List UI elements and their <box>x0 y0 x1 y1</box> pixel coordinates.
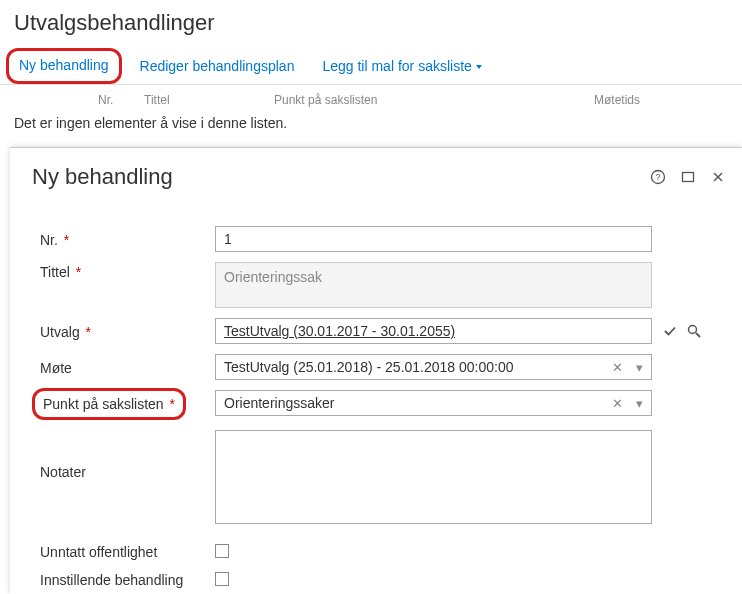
punkt-select[interactable]: Orienteringssaker ✕ ▾ <box>215 390 652 416</box>
label-innstillende: Innstillende behandling <box>40 570 215 588</box>
label-utvalg: Utvalg * <box>40 322 215 340</box>
svg-text:?: ? <box>655 172 660 182</box>
svg-point-5 <box>689 326 697 334</box>
modal-ny-behandling: Ny behandling ? Nr. * Tittel * Orienteri… <box>10 147 742 594</box>
col-header-punkt: Punkt på sakslisten <box>274 93 594 107</box>
highlight-ny-behandling: Ny behandling <box>6 48 122 84</box>
modal-title: Ny behandling <box>32 164 173 190</box>
label-nr: Nr. * <box>40 230 215 248</box>
empty-list-message: Det er ingen elementer å vise i denne li… <box>0 109 742 149</box>
innstillende-checkbox[interactable] <box>215 572 229 586</box>
chevron-down-icon[interactable]: ▾ <box>631 395 647 411</box>
highlight-punkt-label: Punkt på sakslisten * <box>32 388 186 420</box>
page-title: Utvalgsbehandlinger <box>14 10 728 36</box>
close-icon[interactable] <box>710 169 726 185</box>
utvalg-input[interactable] <box>215 318 652 344</box>
tab-rediger-behandlingsplan[interactable]: Rediger behandlingsplan <box>138 54 297 78</box>
label-notater: Notater <box>40 430 215 480</box>
label-mote: Møte <box>40 358 215 376</box>
label-unntatt: Unntatt offentlighet <box>40 542 215 560</box>
notater-textarea[interactable] <box>215 430 652 524</box>
search-icon[interactable] <box>686 323 702 339</box>
punkt-value: Orienteringssaker <box>224 395 609 411</box>
mote-value: TestUtvalg (25.01.2018) - 25.01.2018 00:… <box>224 359 609 375</box>
list-header: Nr. Tittel Punkt på sakslisten Møtetids <box>0 85 742 109</box>
svg-rect-2 <box>683 173 694 182</box>
tab-legg-til-mal[interactable]: Legg til mal for saksliste <box>320 54 483 78</box>
label-punkt: Punkt på sakslisten * <box>40 391 215 415</box>
svg-line-6 <box>696 333 700 337</box>
help-icon[interactable]: ? <box>650 169 666 185</box>
tittel-input[interactable]: Orienteringssak <box>215 262 652 308</box>
tab-row: Ny behandling Rediger behandlingsplan Le… <box>0 40 742 85</box>
clear-icon[interactable]: ✕ <box>609 359 625 375</box>
mote-select[interactable]: TestUtvalg (25.01.2018) - 25.01.2018 00:… <box>215 354 652 380</box>
chevron-down-icon[interactable]: ▾ <box>631 359 647 375</box>
maximize-icon[interactable] <box>680 169 696 185</box>
nr-input[interactable] <box>215 226 652 252</box>
col-header-nr: Nr. <box>14 93 144 107</box>
col-header-tittel: Tittel <box>144 93 274 107</box>
col-header-motetids: Møtetids <box>594 93 640 107</box>
label-tittel: Tittel * <box>40 262 215 280</box>
tab-ny-behandling[interactable]: Ny behandling <box>17 53 111 77</box>
unntatt-checkbox[interactable] <box>215 544 229 558</box>
clear-icon[interactable]: ✕ <box>609 395 625 411</box>
check-icon[interactable] <box>662 323 678 339</box>
